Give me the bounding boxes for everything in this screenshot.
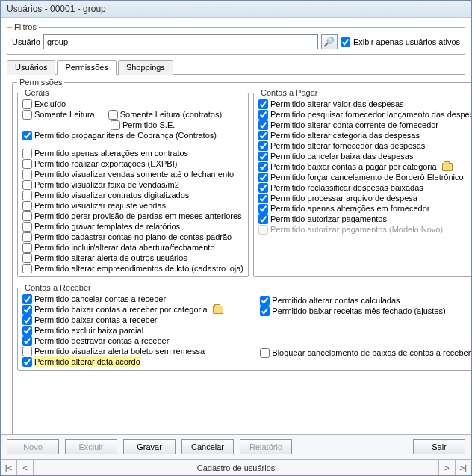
nav-prev-button[interactable]: < bbox=[17, 460, 34, 475]
chk-processar-arquivo[interactable]: Permitido processar arquivo de despesa bbox=[258, 193, 471, 203]
folder-icon bbox=[442, 163, 453, 171]
chk-cancelar-receber[interactable]: Permitido cancelar contas a receber bbox=[22, 294, 255, 304]
receber-legend: Contas a Receber bbox=[22, 283, 93, 292]
status-bar: |< < Cadastro de usuários > >| bbox=[1, 459, 471, 475]
tab-strip: Usuários Permissões Shoppings bbox=[7, 59, 465, 75]
chk-pesquisar-fornecedor[interactable]: Permitido pesquisar fornecedor lançament… bbox=[258, 109, 471, 120]
binoculars-icon: 🔎 bbox=[323, 37, 335, 47]
permissoes-group: Permissões Gerais Excluído Somente Leitu… bbox=[12, 78, 471, 434]
chk-faixa-vendas[interactable]: Permitido visualizar faixa de vendas/m2 bbox=[22, 179, 243, 190]
filtros-legend: Filtros bbox=[12, 22, 39, 31]
chk-bloquear-cancel-baixas[interactable]: Bloquear cancelamento de baixas de conta… bbox=[260, 347, 471, 358]
search-button[interactable]: 🔎 bbox=[321, 34, 338, 49]
usuario-label: Usuário bbox=[12, 37, 40, 46]
chk-destravar-receber[interactable]: Permitido destravar contas a receber bbox=[22, 336, 255, 346]
nav-first-button[interactable]: |< bbox=[1, 460, 17, 475]
cancelar-button[interactable]: Cancelar bbox=[181, 439, 234, 454]
chk-cancelar-baixa-despesas[interactable]: Permitido cancelar baixa das despesas bbox=[258, 151, 471, 161]
pagar-legend: Contas a Pagar bbox=[258, 88, 320, 97]
chk-cadastrar-contas-plano[interactable]: Permitido cadastrar contas no plano de c… bbox=[22, 232, 243, 242]
excluir-button[interactable]: Excluir bbox=[65, 439, 117, 454]
chk-alterar-valor-despesas[interactable]: Permitido alterar valor das despesas bbox=[258, 99, 471, 109]
chk-baixar-contas-categoria[interactable]: Permitido baixar contas a pagar por cate… bbox=[258, 161, 471, 172]
chk-alterar-categoria-despesas[interactable]: Permitido alterar categoria das despesas bbox=[258, 130, 471, 140]
chk-alt-contratos[interactable]: Permitido apenas alterações em contratos bbox=[22, 148, 243, 158]
chk-vendas-fechamento[interactable]: Permitido visualizar vendas somente até … bbox=[22, 169, 243, 179]
tab-usuarios[interactable]: Usuários bbox=[7, 60, 55, 75]
chk-somente-leitura-contratos[interactable]: Somente Leitura (contratos) bbox=[108, 109, 222, 120]
chk-alterar-fornecedor-despesas[interactable]: Permitido alterar fornecedor das despesa… bbox=[258, 140, 471, 151]
tab-permissoes[interactable]: Permissões bbox=[57, 60, 116, 75]
chk-contratos-dig[interactable]: Permitido visualizar contratos digitaliz… bbox=[22, 190, 243, 200]
chk-alerta-boleto[interactable]: Permitido visualizar alerta boleto sem r… bbox=[22, 346, 255, 356]
novo-button[interactable]: NNovoovo bbox=[7, 439, 59, 454]
chk-alterar-alerta[interactable]: Permitido alterar alerta de outros usuár… bbox=[22, 253, 243, 263]
gravar-button[interactable]: Gravar bbox=[123, 439, 176, 454]
chk-gravar-templates[interactable]: Permitido gravar templates de relatórios bbox=[22, 221, 243, 232]
chk-alt-fornecedor[interactable]: Permitido apenas alterações em fornecedo… bbox=[258, 203, 471, 214]
chk-incluir-alterar-data[interactable]: Permitido incluir/alterar data abertura/… bbox=[22, 242, 243, 253]
chk-baixar-receber[interactable]: Permitido baixar contas a receber bbox=[22, 315, 255, 325]
chk-alterar-empreend[interactable]: Permitido alterar empreendimentos de lct… bbox=[22, 263, 243, 273]
chk-excluido[interactable]: Excluído bbox=[22, 99, 66, 109]
button-bar: NNovoovo Excluir Gravar Cancelar Relatór… bbox=[1, 434, 471, 459]
chk-alterar-data-acordo[interactable]: Permitido alterar data acordo bbox=[22, 356, 255, 367]
chk-alterar-conta-corrente[interactable]: Permitido alterar conta corrente de forn… bbox=[258, 120, 471, 130]
chk-permitido-se[interactable]: Permitido S.E. bbox=[111, 120, 243, 130]
chk-autorizar-pag[interactable]: Permitido autorizar pagamentos bbox=[258, 214, 471, 224]
chk-baixar-receitas-mes[interactable]: Permitido baixar receitas mês fechado (a… bbox=[260, 306, 471, 316]
chk-exportacoes[interactable]: Permitido realizar exportações (EXPBI) bbox=[22, 158, 243, 169]
folder-icon bbox=[213, 306, 223, 314]
chk-autorizar-pag-novo: Permitido autorizar pagamentos (Modelo N… bbox=[258, 224, 471, 235]
permissoes-legend: Permissões bbox=[17, 78, 64, 87]
relatorio-button[interactable]: Relatório bbox=[240, 439, 292, 454]
exibir-ativos-checkbox[interactable]: Exibir apenas usuários ativos bbox=[341, 37, 460, 47]
filtros-group: Filtros Usuário 🔎 Exibir apenas usuários… bbox=[7, 22, 465, 55]
chk-baixar-receber-categoria[interactable]: Permitido baixar contas a receber por ca… bbox=[22, 304, 255, 315]
gerais-group: Gerais Excluído Somente Leitura Somente … bbox=[17, 88, 249, 277]
chk-alterar-calculadas[interactable]: Permitido alterar contas calculadas bbox=[260, 295, 471, 306]
chk-reclassificar-despesas[interactable]: Permitido reclassificar despesas baixada… bbox=[258, 182, 471, 193]
chk-propagar-cobranca[interactable]: Permitido propagar itens de Cobrança (Co… bbox=[22, 130, 243, 140]
chk-somente-leitura[interactable]: Somente Leitura bbox=[22, 109, 95, 120]
chk-forcar-cancel-bordero[interactable]: Permitido forçar cancelamento de Borderô… bbox=[258, 172, 471, 182]
receber-group: Contas a Receber Permitido cancelar cont… bbox=[17, 283, 471, 371]
usuario-input[interactable] bbox=[43, 34, 318, 49]
nav-next-button[interactable]: > bbox=[438, 460, 455, 475]
chk-gerar-provisao[interactable]: Permitido gerar provisão de perdas em me… bbox=[22, 211, 243, 221]
sair-button[interactable]: Sair bbox=[413, 439, 465, 454]
gerais-legend: Gerais bbox=[22, 88, 51, 97]
nav-last-button[interactable]: >| bbox=[455, 460, 471, 475]
window-title: Usuários - 00001 - group bbox=[1, 1, 471, 18]
tab-shoppings[interactable]: Shoppings bbox=[118, 60, 173, 75]
chk-reajuste-vendas[interactable]: Permitido visualizar reajuste vendas bbox=[22, 200, 243, 211]
chk-excluir-baixa-parcial[interactable]: Permitido excluir baixa parcial bbox=[22, 325, 255, 336]
status-text: Cadastro de usuários bbox=[34, 460, 438, 475]
pagar-group: Contas a Pagar Permitido alterar valor d… bbox=[253, 88, 471, 277]
